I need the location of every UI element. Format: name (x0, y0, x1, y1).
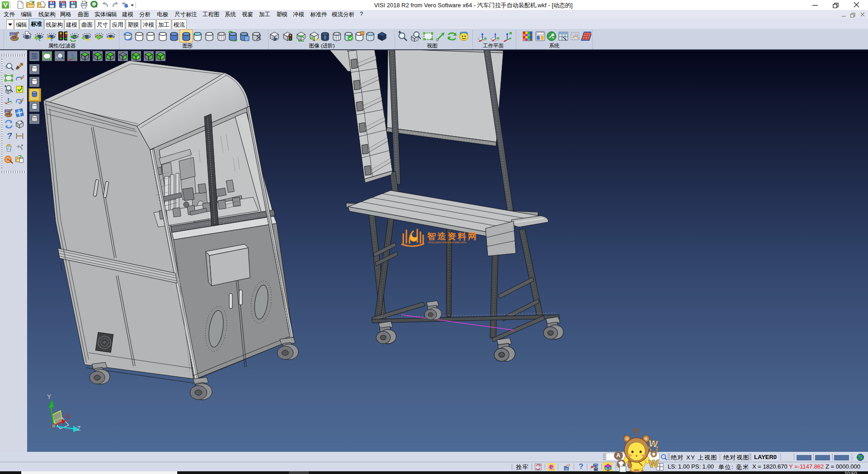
svg-text:10: 10 (565, 468, 568, 470)
svg-text:V: V (4, 2, 8, 9)
svg-text:Y: Y (47, 393, 52, 400)
svg-text:X: X (66, 412, 71, 420)
svg-text:智造资料网: 智造资料网 (427, 232, 478, 241)
svg-text:Z: Z (77, 425, 81, 432)
svg-text:W: W (648, 457, 659, 469)
svg-text:?: ? (7, 131, 12, 141)
svg-text:INTELLIGENT MANUFACTURING DATA: INTELLIGENT MANUFACTURING DATA (428, 242, 467, 244)
